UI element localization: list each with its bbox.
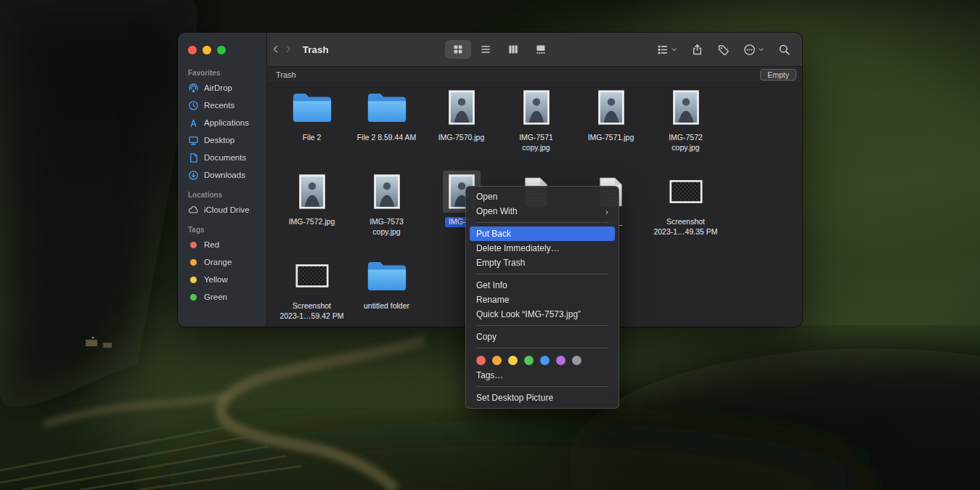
list-view-button[interactable] (473, 40, 499, 59)
file-item[interactable]: IMG-7573 copy.jpg (349, 171, 424, 255)
file-label: IMG-7571.jpg (588, 133, 634, 143)
sidebar-item-icloud-drive[interactable]: iCloud Drive (178, 201, 266, 219)
sidebar-item-label: Downloads (204, 171, 245, 179)
photo-thumbnail-icon (374, 174, 400, 209)
sidebar-item-downloads[interactable]: Downloads (178, 166, 266, 184)
sidebar-item-applications[interactable]: Applications (178, 114, 266, 131)
screenshot-thumbnail-icon (669, 180, 703, 203)
menu-item-copy[interactable]: Copy (470, 330, 615, 344)
sidebar-item-recents[interactable]: Recents (178, 97, 266, 114)
empty-trash-button[interactable]: Empty (760, 69, 796, 81)
folder-icon (292, 92, 332, 123)
yellow-tag-swatch[interactable] (508, 356, 518, 365)
file-label: File 2 8.59.44 AM (357, 133, 417, 143)
file-item[interactable]: untitled folder (349, 255, 424, 327)
document-icon (188, 152, 199, 163)
menu-item-open-with[interactable]: Open With› (470, 204, 615, 219)
sidebar-section-tags: Tags Red Orange Yellow Green (178, 224, 266, 306)
menu-divider (476, 348, 608, 348)
icon-view-button[interactable] (445, 40, 471, 59)
menu-item-label: Tags… (476, 370, 503, 380)
file-label: IMG-7570.jpg (438, 133, 485, 143)
menu-item-label: Empty Trash (476, 258, 525, 268)
menu-item-label: Put Back (476, 229, 511, 239)
context-menu: Open Open With› Put Back Delete Immediat… (465, 186, 619, 409)
menu-divider (476, 222, 608, 223)
file-item[interactable]: IMG-7572.jpg (274, 171, 349, 255)
icloud-icon (188, 205, 199, 216)
photo-thumbnail-icon (598, 90, 624, 125)
folder-icon (367, 92, 407, 123)
green-tag-swatch[interactable] (524, 356, 534, 365)
zoom-button[interactable] (217, 46, 226, 54)
sidebar-item-label: Desktop (204, 136, 234, 144)
more-actions-button[interactable] (743, 44, 764, 56)
menu-item-open[interactable]: Open (470, 189, 615, 204)
file-item[interactable]: Screenshot 2023-1…59.42 PM (274, 255, 349, 327)
sidebar-item-tag-yellow[interactable]: Yellow (178, 271, 266, 288)
menu-item-quick-look[interactable]: Quick Look “IMG-7573.jpg” (470, 307, 615, 322)
close-button[interactable] (188, 46, 197, 54)
menu-item-label: Open With (476, 206, 518, 216)
menu-divider (476, 274, 608, 274)
menu-item-put-back[interactable]: Put Back (470, 226, 615, 241)
menu-item-label: Open (476, 192, 497, 202)
tags-button[interactable] (717, 44, 730, 56)
orange-tag-swatch[interactable] (492, 356, 502, 365)
column-view-icon (507, 44, 519, 55)
green-tag-icon (190, 294, 197, 301)
chevron-down-icon (671, 46, 677, 53)
sidebar-item-label: Applications (204, 118, 249, 127)
file-item[interactable]: IMG-7571.jpg (573, 86, 648, 171)
blue-tag-swatch[interactable] (540, 356, 550, 365)
minimize-button[interactable] (203, 46, 211, 54)
screenshot-thumbnail-icon (295, 264, 329, 287)
file-item[interactable]: Screenshot 2023-1…49.35 PM (648, 171, 723, 255)
group-by-button[interactable] (656, 44, 677, 56)
red-tag-icon (190, 242, 197, 248)
sidebar-item-desktop[interactable]: Desktop (178, 131, 266, 149)
sidebar-item-airdrop[interactable]: AirDrop (178, 79, 266, 97)
sidebar-section-favorites: Favorites AirDrop Recents Applications D… (178, 68, 266, 184)
gallery-view-button[interactable] (528, 40, 554, 59)
menu-item-get-info[interactable]: Get Info (470, 278, 615, 293)
status-bar: Trash Empty (267, 67, 802, 83)
sidebar-item-label: Red (204, 240, 219, 249)
clock-icon (188, 100, 199, 111)
file-item[interactable]: File 2 (274, 86, 349, 171)
sidebar-item-label: Green (204, 293, 227, 301)
search-button[interactable] (778, 44, 791, 56)
file-item[interactable]: IMG-7572 copy.jpg (648, 86, 723, 171)
menu-item-rename[interactable]: Rename (470, 293, 615, 307)
forward-button[interactable]: › (284, 41, 296, 57)
menu-item-delete-immediately[interactable]: Delete Immediately… (470, 241, 615, 256)
sidebar-item-label: Documents (204, 153, 246, 162)
menu-divider (476, 325, 608, 326)
sidebar-item-tag-orange[interactable]: Orange (178, 253, 266, 271)
gray-tag-swatch[interactable] (572, 356, 581, 365)
menu-item-tags[interactable]: Tags… (470, 368, 615, 383)
menu-item-label: Copy (476, 332, 497, 342)
sidebar-item-tag-green[interactable]: Green (178, 288, 266, 306)
file-label: Screenshot 2023-1…49.35 PM (653, 217, 717, 237)
grid-view-icon (452, 44, 464, 55)
yellow-tag-icon (190, 277, 197, 283)
share-button[interactable] (691, 44, 703, 56)
sidebar-item-documents[interactable]: Documents (178, 149, 266, 166)
back-button[interactable]: ‹ (267, 41, 284, 57)
purple-tag-swatch[interactable] (556, 356, 565, 365)
file-item[interactable]: File 2 8.59.44 AM (349, 86, 424, 171)
red-tag-swatch[interactable] (476, 356, 486, 365)
file-item[interactable]: IMG-7570.jpg (424, 86, 499, 171)
file-item[interactable]: IMG-7571 copy.jpg (499, 86, 573, 171)
downloads-icon (188, 170, 199, 181)
menu-item-empty-trash[interactable]: Empty Trash (470, 256, 615, 270)
menu-item-set-desktop-picture[interactable]: Set Desktop Picture (470, 391, 615, 405)
menu-tag-swatches (466, 352, 618, 368)
sidebar-item-tag-red[interactable]: Red (178, 236, 266, 253)
menu-item-label: Delete Immediately… (476, 243, 560, 253)
menu-item-label: Set Desktop Picture (476, 393, 553, 403)
column-view-button[interactable] (500, 40, 526, 59)
applications-icon (188, 118, 199, 128)
search-icon (778, 44, 791, 56)
